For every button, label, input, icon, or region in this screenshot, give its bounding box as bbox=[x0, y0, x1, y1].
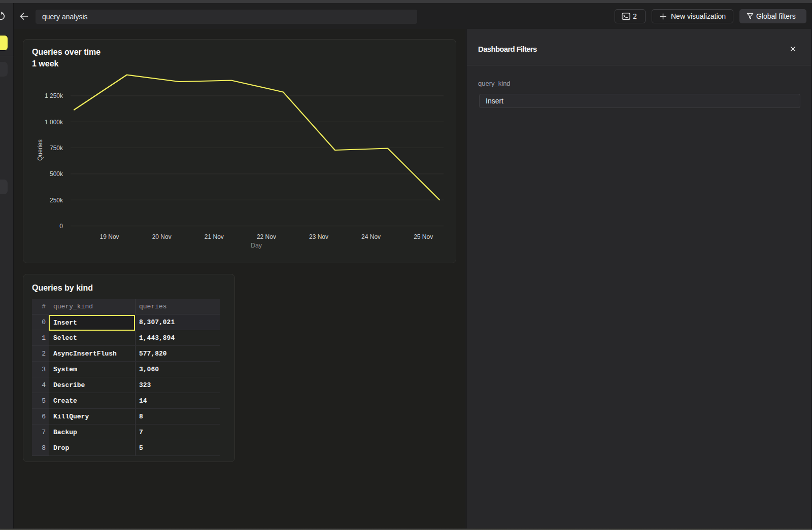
svg-text:1 000k: 1 000k bbox=[45, 119, 63, 126]
svg-text:250k: 250k bbox=[50, 197, 63, 204]
svg-text:24 Nov: 24 Nov bbox=[361, 233, 381, 240]
svg-text:23 Nov: 23 Nov bbox=[309, 233, 328, 240]
svg-text:19 Nov: 19 Nov bbox=[100, 233, 119, 240]
svg-text:1 250k: 1 250k bbox=[45, 92, 63, 99]
svg-text:750k: 750k bbox=[50, 145, 63, 152]
svg-text:20 Nov: 20 Nov bbox=[152, 233, 172, 240]
svg-text:500k: 500k bbox=[50, 170, 63, 178]
svg-text:0: 0 bbox=[59, 223, 63, 230]
svg-text:21 Nov: 21 Nov bbox=[205, 233, 224, 240]
svg-text:Queries: Queries bbox=[37, 139, 44, 161]
svg-text:25 Nov: 25 Nov bbox=[414, 233, 433, 240]
svg-text:22 Nov: 22 Nov bbox=[257, 233, 276, 240]
svg-text:Day: Day bbox=[251, 242, 262, 249]
